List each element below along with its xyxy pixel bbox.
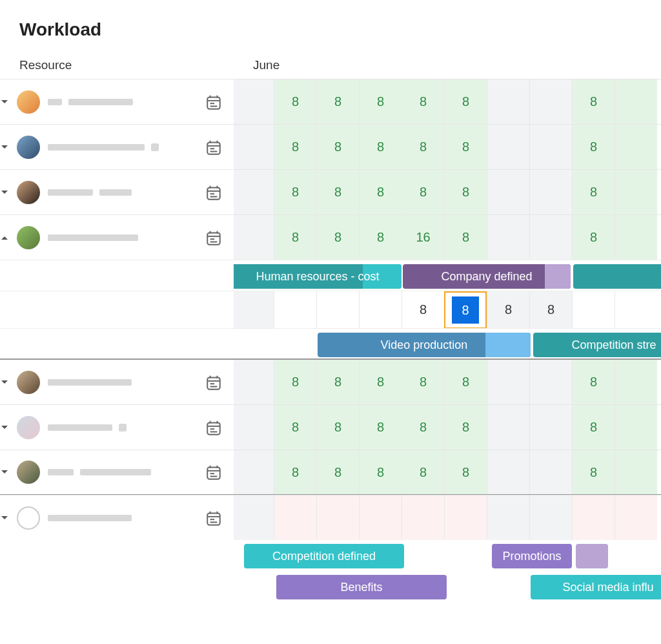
resource-row: 888888 [0, 450, 661, 495]
task-bar[interactable] [573, 264, 661, 289]
hours-cell [234, 495, 274, 540]
sub-hours-cell[interactable] [274, 291, 316, 328]
calendar-icon[interactable] [205, 184, 222, 201]
calendar-icon[interactable] [205, 419, 222, 436]
task-bar[interactable]: Benefits [276, 575, 447, 599]
resource-row: 888888 [0, 359, 661, 404]
hours-cell [234, 125, 274, 169]
avatar [17, 136, 40, 159]
timeline-row: 888888 [234, 360, 661, 404]
hours-cell: 8 [444, 405, 487, 450]
sub-hours-cell[interactable] [234, 291, 274, 328]
calendar-icon[interactable] [205, 510, 222, 526]
chevron-up-icon[interactable] [0, 233, 9, 242]
hours-cell: 8 [274, 450, 316, 494]
resource-row: 8881688 [0, 214, 661, 260]
hours-cell: 8 [572, 215, 615, 260]
hours-cell: 8 [444, 170, 487, 214]
sub-hours-cell[interactable]: 8 [487, 291, 529, 328]
hours-cell: 8 [402, 170, 444, 214]
timeline-row: 888888 [234, 125, 661, 169]
hours-cell: 8 [359, 79, 402, 124]
sub-hours-cell[interactable]: 8 [402, 291, 444, 328]
hours-cell [529, 450, 572, 494]
task-bar[interactable]: Competition stre [533, 333, 661, 357]
selected-cell[interactable]: 8 [452, 296, 479, 324]
hours-cell [487, 405, 529, 450]
avatar [17, 416, 40, 439]
hours-cell: 8 [316, 405, 359, 450]
task-bar[interactable]: Social media influ [531, 575, 661, 599]
hours-cell: 8 [402, 450, 444, 494]
hours-cell [234, 170, 274, 214]
sub-hours-cell[interactable] [572, 291, 615, 328]
hours-cell: 16 [402, 215, 444, 260]
timeline-row: 888888 [234, 405, 661, 450]
hours-cell [529, 405, 572, 450]
hours-cell: 8 [359, 170, 402, 214]
chevron-down-icon[interactable] [0, 514, 9, 523]
task-bar[interactable]: Company defined [403, 264, 571, 289]
hours-cell [234, 405, 274, 450]
hours-cell: 8 [316, 170, 359, 214]
avatar [17, 181, 40, 204]
calendar-icon[interactable] [205, 139, 222, 156]
chevron-down-icon[interactable] [0, 468, 9, 477]
hours-cell: 8 [444, 79, 487, 124]
sub-hours-cell[interactable]: 8 [529, 291, 572, 328]
task-bar[interactable]: Promotions [492, 544, 572, 568]
hours-cell: 8 [572, 360, 615, 404]
avatar [17, 461, 40, 484]
hours-cell [615, 405, 657, 450]
task-bar-row: Competition definedPromotions [0, 540, 661, 571]
chevron-down-icon[interactable] [0, 98, 9, 107]
sub-hours-cell[interactable] [316, 291, 359, 328]
hours-cell: 8 [316, 215, 359, 260]
resource-name-placeholder [48, 515, 132, 521]
chevron-down-icon[interactable] [0, 143, 9, 152]
resource-name-placeholder [48, 379, 132, 386]
task-bar[interactable]: Human resources - cost [234, 264, 402, 289]
hours-cell: 8 [444, 125, 487, 169]
task-bar[interactable]: Competition defined [244, 544, 404, 568]
hours-cell [234, 79, 274, 124]
hours-cell [359, 495, 402, 540]
hours-cell [615, 495, 657, 540]
hours-cell: 8 [444, 450, 487, 494]
task-bar-row: Human resources - costCompany defined [0, 260, 661, 291]
timeline-row [234, 495, 661, 540]
calendar-icon[interactable] [205, 374, 222, 391]
hours-cell [615, 215, 657, 260]
hours-cell: 8 [402, 360, 444, 404]
resource-row: 888888 [0, 169, 661, 214]
hours-cell: 8 [572, 125, 615, 169]
resource-name-placeholder [48, 143, 159, 151]
task-bar-row: Video productionCompetition stre [0, 328, 661, 359]
hours-cell: 8 [402, 79, 444, 124]
sub-hours-cell[interactable] [359, 291, 402, 328]
hours-cell: 8 [359, 215, 402, 260]
hours-cell [444, 495, 487, 540]
chevron-down-icon[interactable] [0, 423, 9, 432]
task-bar[interactable] [576, 544, 608, 568]
hours-cell [487, 215, 529, 260]
hours-cell: 8 [572, 79, 615, 124]
calendar-icon[interactable] [205, 94, 222, 110]
chevron-down-icon[interactable] [0, 378, 9, 387]
hours-cell [529, 495, 572, 540]
chevron-down-icon[interactable] [0, 188, 9, 197]
hours-cell [274, 495, 316, 540]
calendar-icon[interactable] [205, 464, 222, 481]
hours-cell [615, 125, 657, 169]
sub-hours-cell[interactable] [615, 291, 657, 328]
hours-cell [615, 170, 657, 214]
hours-cell: 8 [316, 79, 359, 124]
column-header-resource: Resource [19, 58, 253, 72]
hours-cell: 8 [359, 125, 402, 169]
column-header-month: June [253, 58, 280, 72]
task-bar[interactable]: Video production [318, 333, 531, 357]
hours-cell: 8 [274, 170, 316, 214]
avatar [17, 90, 40, 114]
calendar-icon[interactable] [205, 229, 222, 246]
hours-cell [572, 495, 615, 540]
